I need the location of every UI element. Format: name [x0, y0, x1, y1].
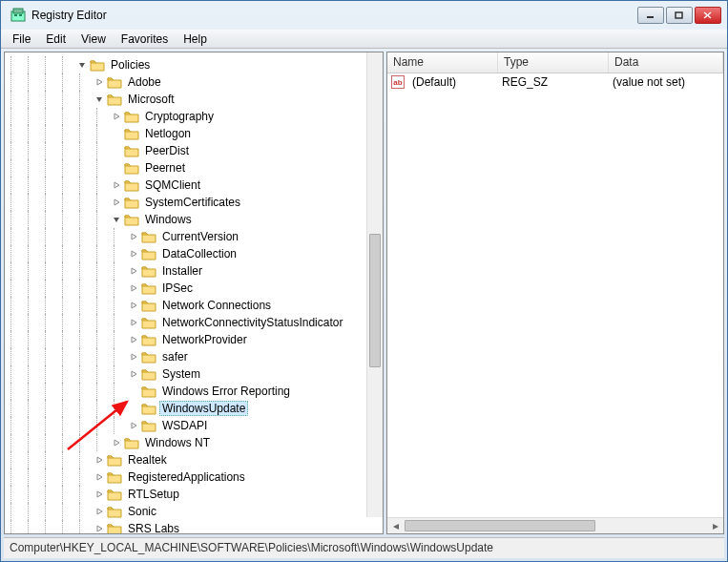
col-name[interactable]: Name — [387, 52, 498, 73]
folder-icon — [141, 316, 156, 329]
folder-icon — [124, 127, 139, 140]
menu-favorites[interactable]: Favorites — [114, 31, 176, 48]
menu-help[interactable]: Help — [176, 31, 215, 48]
expand-toggle[interactable] — [129, 266, 139, 277]
tree-item-rtlsetup[interactable]: RTLSetup — [9, 486, 383, 503]
tree-item-label: System — [159, 366, 203, 382]
tree-item-networkconnectivitystatusindicator[interactable]: NetworkConnectivityStatusIndicator — [9, 314, 383, 331]
folder-icon — [90, 58, 105, 72]
col-type[interactable]: Type — [498, 52, 609, 73]
titlebar[interactable]: Registry Editor — [1, 1, 727, 30]
close-button[interactable] — [695, 7, 721, 24]
expand-toggle[interactable] — [94, 77, 105, 88]
tree-item-sonic[interactable]: Sonic — [9, 503, 383, 520]
tree-item-label: Windows Error Reporting — [159, 384, 293, 399]
value-data: (value not set) — [607, 75, 691, 89]
tree-item-peerdist[interactable]: PeerDist — [9, 142, 383, 159]
tree-item-windows[interactable]: Windows — [9, 211, 383, 228]
expand-toggle[interactable] — [129, 335, 139, 345]
scroll-left-button[interactable]: ◂ — [387, 519, 404, 533]
expand-toggle[interactable] — [112, 215, 122, 225]
tree-pane: PoliciesAdobeMicrosoftCryptographyNetlog… — [4, 52, 384, 534]
scroll-right-button[interactable]: ▸ — [707, 519, 723, 533]
tree-item-networkprovider[interactable]: NetworkProvider — [9, 331, 383, 348]
tree-item-label: Windows NT — [142, 435, 213, 450]
expand-toggle[interactable] — [129, 249, 139, 260]
scroll-thumb[interactable] — [369, 234, 381, 367]
value-row[interactable]: ab (Default) REG_SZ (value not set) — [387, 73, 723, 91]
tree-item-label: Network Connections — [159, 298, 274, 313]
tree-item-microsoft[interactable]: Microsoft — [9, 91, 383, 108]
list-horizontal-scrollbar[interactable]: ◂ ▸ — [387, 517, 723, 533]
tree-item-label: PeerDist — [142, 143, 192, 158]
expand-toggle[interactable] — [94, 455, 105, 466]
tree-item-peernet[interactable]: Peernet — [9, 159, 383, 177]
tree-item-cryptography[interactable]: Cryptography — [9, 108, 383, 125]
folder-icon — [124, 178, 139, 192]
col-data[interactable]: Data — [609, 52, 723, 73]
tree-item-registeredapplications[interactable]: RegisteredApplications — [9, 468, 383, 486]
tree-item-label: Installer — [159, 263, 205, 279]
folder-icon — [141, 350, 156, 364]
folder-icon — [124, 161, 139, 175]
expand-toggle[interactable] — [129, 318, 139, 328]
tree-item-label: Policies — [108, 57, 153, 73]
tree-item-label: Windows — [142, 212, 195, 227]
expand-toggle[interactable] — [112, 163, 122, 174]
tree-item-sqmclient[interactable]: SQMClient — [9, 177, 383, 194]
registry-tree[interactable]: PoliciesAdobeMicrosoftCryptographyNetlog… — [5, 52, 383, 533]
expand-toggle[interactable] — [112, 198, 122, 208]
minimize-button[interactable] — [637, 7, 664, 24]
expand-toggle[interactable] — [129, 301, 139, 311]
values-pane: Name Type Data ab (Default) REG_SZ (valu… — [386, 52, 724, 534]
tree-item-ipsec[interactable]: IPSec — [9, 280, 383, 297]
expand-toggle[interactable] — [112, 129, 122, 139]
expand-toggle[interactable] — [112, 146, 122, 156]
expand-toggle[interactable] — [129, 283, 139, 294]
tree-item-label: SRS Labs — [125, 521, 182, 533]
values-list[interactable]: ab (Default) REG_SZ (value not set) ◂ ▸ — [387, 73, 723, 533]
expand-toggle[interactable] — [77, 60, 88, 71]
scroll-thumb[interactable] — [405, 520, 595, 531]
tree-item-adobe[interactable]: Adobe — [9, 73, 383, 91]
tree-item-label: safer — [159, 349, 191, 364]
folder-icon — [141, 333, 156, 346]
expand-toggle[interactable] — [129, 369, 139, 380]
tree-item-label: CurrentVersion — [159, 229, 241, 244]
menu-view[interactable]: View — [73, 31, 114, 48]
menu-edit[interactable]: Edit — [38, 31, 73, 48]
tree-item-srs-labs[interactable]: SRS Labs — [9, 520, 383, 533]
tree-item-systemcertificates[interactable]: SystemCertificates — [9, 194, 383, 211]
tree-item-label: NetworkProvider — [159, 332, 250, 347]
folder-icon — [141, 264, 156, 278]
tree-item-label: SQMClient — [142, 177, 203, 193]
expand-toggle[interactable] — [94, 507, 105, 517]
maximize-button[interactable] — [666, 7, 693, 24]
expand-toggle[interactable] — [112, 112, 122, 122]
expand-toggle[interactable] — [94, 489, 105, 500]
tree-item-network-connections[interactable]: Network Connections — [9, 297, 383, 314]
tree-item-label: SystemCertificates — [142, 195, 243, 210]
tree-item-policies[interactable]: Policies — [9, 56, 383, 73]
folder-icon — [141, 281, 156, 295]
expand-toggle[interactable] — [112, 180, 122, 191]
expand-toggle[interactable] — [94, 524, 105, 534]
folder-icon — [107, 453, 122, 467]
expand-toggle[interactable] — [94, 94, 105, 105]
tree-vertical-scrollbar[interactable] — [366, 52, 383, 517]
tree-item-netlogon[interactable]: Netlogon — [9, 125, 383, 142]
tree-item-currentversion[interactable]: CurrentVersion — [9, 228, 383, 245]
tree-item-datacollection[interactable]: DataCollection — [9, 245, 383, 262]
window-title: Registry Editor — [31, 9, 637, 22]
tree-item-label: Netlogon — [142, 126, 194, 141]
tree-item-installer[interactable]: Installer — [9, 262, 383, 280]
menu-file[interactable]: File — [5, 31, 38, 48]
expand-toggle[interactable] — [129, 352, 139, 363]
tree-item-safer[interactable]: safer — [9, 348, 383, 365]
expand-toggle[interactable] — [94, 472, 105, 483]
svg-rect-3 — [19, 14, 22, 16]
tree-item-label: RTLSetup — [125, 487, 182, 502]
expand-toggle[interactable] — [129, 232, 139, 242]
tree-item-label: RegisteredApplications — [125, 469, 248, 485]
statusbar: Computer\HKEY_LOCAL_MACHINE\SOFTWARE\Pol… — [4, 537, 724, 558]
